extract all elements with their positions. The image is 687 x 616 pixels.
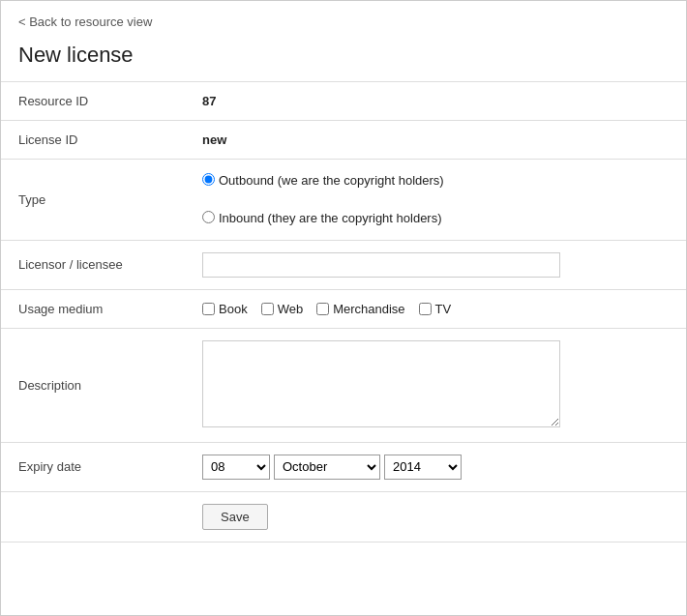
type-outbound-radio[interactable] [202,173,215,186]
usage-web-option[interactable]: Web [261,302,304,316]
save-row-cell: Save [185,491,686,542]
usage-medium-options: Book Web Merchandise TV [202,302,669,316]
usage-tv-checkbox[interactable] [419,303,432,315]
form-table: Resource ID 87 License ID new Type [1,82,686,543]
licensor-label: Licensor / licensee [1,240,185,289]
licensor-row: Licensor / licensee [1,240,686,289]
usage-book-option[interactable]: Book [202,302,248,316]
save-button[interactable]: Save [202,504,268,530]
usage-merchandise-checkbox[interactable] [316,303,329,315]
resource-id-label: Resource ID [1,82,185,121]
back-link[interactable]: < Back to resource view [1,1,686,39]
expiry-date-fields: 01 02 03 04 05 06 07 08 09 10 11 12 [202,455,669,480]
usage-medium-label: Usage medium [1,289,185,328]
type-outbound-option[interactable]: Outbound (we are the copyright holders) [202,171,551,191]
expiry-month-select[interactable]: January February March April May June Ju… [274,455,380,480]
type-inbound-radio[interactable] [202,211,215,223]
save-row: Save [1,491,686,542]
license-id-label: License ID [1,121,185,160]
usage-web-label: Web [278,302,304,316]
type-inbound-option[interactable]: Inbound (they are the copyright holders) [202,209,551,228]
type-inbound-label: Inbound (they are the copyright holders) [219,209,442,228]
expiry-year-select[interactable]: 2010 2011 2012 2013 2014 2015 2016 2017 … [384,455,462,480]
page-container: < Back to resource view New license Reso… [0,0,687,616]
usage-merchandise-label: Merchandise [333,302,404,316]
usage-book-checkbox[interactable] [202,303,215,315]
type-label: Type [1,160,185,241]
usage-tv-label: TV [435,302,452,316]
description-row: Description [1,328,686,442]
usage-merchandise-option[interactable]: Merchandise [316,302,404,316]
usage-book-label: Book [219,302,248,316]
page-title: New license [1,39,686,82]
license-id-value: new [202,132,226,147]
license-id-row: License ID new [1,121,686,160]
usage-tv-option[interactable]: TV [419,302,452,316]
usage-web-checkbox[interactable] [261,303,274,315]
expiry-day-select[interactable]: 01 02 03 04 05 06 07 08 09 10 11 12 [202,455,270,480]
description-textarea[interactable] [202,340,560,427]
resource-id-row: Resource ID 87 [1,82,686,121]
type-options: Outbound (we are the copyright holders) … [202,171,551,228]
description-label: Description [1,328,185,442]
licensor-input[interactable] [202,252,560,278]
type-row: Type Outbound (we are the copyright hold… [1,160,686,241]
resource-id-value: 87 [202,94,216,108]
usage-medium-row: Usage medium Book Web Mercha [1,289,686,328]
save-row-label [1,491,185,542]
expiry-date-label: Expiry date [1,442,185,491]
type-outbound-label: Outbound (we are the copyright holders) [219,171,444,191]
expiry-date-row: Expiry date 01 02 03 04 05 06 07 08 09 [1,442,686,491]
